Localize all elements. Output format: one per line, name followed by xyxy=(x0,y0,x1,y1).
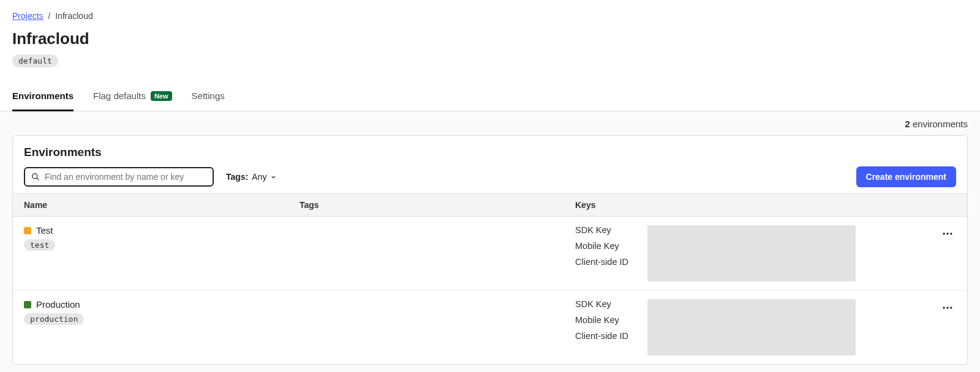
project-key-badge: default xyxy=(12,54,58,67)
tab-settings[interactable]: Settings xyxy=(192,83,225,111)
breadcrumb-projects-link[interactable]: Projects xyxy=(12,11,43,21)
search-field-wrapper[interactable] xyxy=(24,167,214,187)
breadcrumb-separator: / xyxy=(48,11,50,21)
key-label-sdk: SDK Key xyxy=(575,299,636,309)
tab-bar: Environments Flag defaults New Settings xyxy=(0,83,980,111)
key-label-sdk: SDK Key xyxy=(575,225,636,235)
key-label-mobile: Mobile Key xyxy=(575,241,636,251)
table-row: Test test SDK Key Mobile Key Client-side… xyxy=(13,217,967,291)
environment-name: Test xyxy=(36,225,53,236)
environment-color-swatch xyxy=(24,301,31,308)
key-label-mobile: Mobile Key xyxy=(575,315,636,325)
table-row: Production production SDK Key Mobile Key… xyxy=(13,291,967,364)
tab-settings-label: Settings xyxy=(192,91,225,101)
environments-count-label: environments xyxy=(913,119,968,129)
svg-point-4 xyxy=(950,232,952,234)
breadcrumb-current: Infracloud xyxy=(55,11,92,21)
svg-point-6 xyxy=(946,307,948,308)
svg-point-0 xyxy=(32,174,37,179)
svg-point-5 xyxy=(943,307,945,308)
more-horizontal-icon xyxy=(941,302,954,314)
svg-line-1 xyxy=(37,178,39,180)
new-badge: New xyxy=(151,91,172,101)
chevron-down-icon xyxy=(270,174,277,180)
keys-redacted-block xyxy=(647,225,856,281)
environment-name: Production xyxy=(36,299,80,310)
tab-flag-defaults[interactable]: Flag defaults New xyxy=(93,83,172,111)
tags-filter-label: Tags: xyxy=(226,172,248,182)
environments-count-number: 2 xyxy=(905,119,910,129)
key-label-client: Client-side ID xyxy=(575,257,636,267)
tab-environments[interactable]: Environments xyxy=(12,83,74,111)
search-input[interactable] xyxy=(45,172,206,182)
table-header: Name Tags Keys xyxy=(13,193,967,217)
page-title: Infracloud xyxy=(12,29,968,48)
key-label-client: Client-side ID xyxy=(575,331,636,341)
environments-count: 2 environments xyxy=(12,119,968,129)
tags-filter[interactable]: Tags: Any xyxy=(226,172,277,182)
column-header-keys: Keys xyxy=(575,200,907,210)
svg-point-7 xyxy=(950,307,952,308)
create-environment-button[interactable]: Create environment xyxy=(856,166,956,187)
column-header-name: Name xyxy=(24,200,300,210)
row-more-actions-button[interactable] xyxy=(939,299,956,318)
tab-flag-defaults-label: Flag defaults xyxy=(93,91,146,101)
more-horizontal-icon xyxy=(941,228,954,240)
environment-color-swatch xyxy=(24,227,31,234)
breadcrumb: Projects / Infracloud xyxy=(12,11,968,21)
svg-point-3 xyxy=(946,232,948,234)
environment-key-badge: production xyxy=(24,313,84,325)
environment-key-badge: test xyxy=(24,239,55,251)
keys-redacted-block xyxy=(647,299,856,355)
column-header-tags: Tags xyxy=(300,200,575,210)
search-icon xyxy=(31,173,40,181)
row-more-actions-button[interactable] xyxy=(939,225,956,244)
tab-environments-label: Environments xyxy=(12,91,74,101)
environments-panel: Environments Tags: Any Create environmen… xyxy=(12,135,968,365)
panel-title: Environments xyxy=(24,146,956,159)
tags-filter-value: Any xyxy=(252,172,266,182)
svg-point-2 xyxy=(943,232,945,234)
